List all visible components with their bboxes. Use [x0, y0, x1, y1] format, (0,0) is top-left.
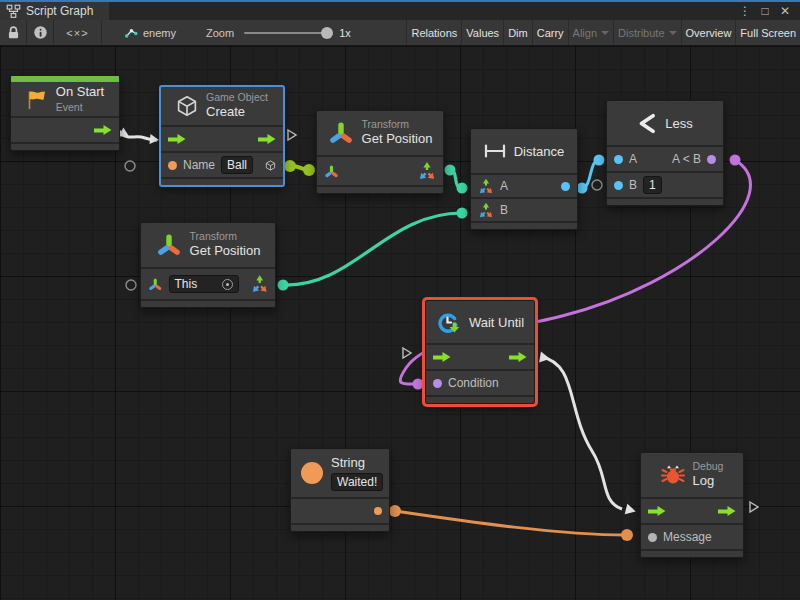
transform-input-port[interactable] [148, 277, 163, 292]
dim-button[interactable]: Dim [503, 20, 532, 45]
node-footer [317, 185, 443, 193]
tab-script-graph[interactable]: Script Graph [0, 2, 109, 20]
carry-button[interactable]: Carry [532, 20, 568, 45]
wire-create-to-getposition[interactable] [284, 160, 315, 176]
name-port-row: Name Ball [161, 151, 283, 177]
vector3-output-port[interactable] [418, 161, 436, 181]
node-header: On Start Event [11, 82, 119, 116]
b-value-input[interactable]: 1 [643, 176, 662, 194]
node-debug-log[interactable]: Debug Log Message [640, 452, 744, 558]
overview-button[interactable]: Overview [681, 20, 736, 45]
zoom-slider[interactable] [244, 32, 328, 34]
lock-button[interactable] [0, 20, 27, 45]
wire-string-to-log-message[interactable] [389, 505, 633, 541]
port-a-label: A [629, 152, 637, 166]
flow-out-port[interactable] [94, 124, 112, 136]
flow-in-port[interactable] [168, 133, 186, 145]
graph-breadcrumb[interactable]: enemy [124, 26, 176, 40]
game-object-output-port[interactable] [265, 158, 276, 173]
node-header: Distance [471, 129, 577, 173]
string-output-port[interactable] [374, 507, 382, 515]
node-title: Get Position [362, 131, 433, 147]
wire-getposition-to-distance-a[interactable] [445, 165, 468, 194]
info-button[interactable] [27, 20, 54, 45]
code-view-label: <×> [66, 27, 88, 39]
node-header: Less [607, 101, 723, 145]
node-distance[interactable]: Distance A B [470, 128, 578, 230]
message-input-port[interactable] [648, 533, 657, 542]
node-wait-until[interactable]: Wait Until Condition [425, 300, 535, 404]
object-picker-icon[interactable] [222, 279, 233, 290]
node-subtitle: Event [56, 101, 104, 114]
zoom-slider-handle[interactable] [321, 27, 333, 39]
node-get-position-top[interactable]: Transform Get Position [316, 110, 444, 194]
node-subtitle: Transform [190, 230, 261, 243]
vector3-input-port-b[interactable] [478, 202, 494, 219]
full-screen-button[interactable]: Full Screen [735, 20, 800, 45]
node-footer [141, 299, 275, 307]
info-icon [33, 25, 48, 40]
node-less[interactable]: Less A A < B B 1 [606, 100, 724, 206]
transform-icon [156, 232, 182, 258]
window-menu-icon[interactable]: ⋮ [738, 4, 752, 18]
vector3-input-port-a[interactable] [478, 178, 494, 195]
transform-input-port[interactable] [324, 164, 339, 179]
wire-onstart-to-create[interactable] [119, 128, 160, 145]
node-header: Transform Get Position [317, 111, 443, 155]
node-create-game-object[interactable]: Game Object Create Name Ball [160, 86, 284, 186]
name-input[interactable]: Ball [221, 156, 253, 174]
node-title: Distance [514, 144, 565, 159]
flow-out-port[interactable] [718, 505, 736, 517]
node-header: Wait Until [426, 301, 534, 343]
graph-icon [124, 26, 138, 40]
flow-in-port[interactable] [648, 505, 666, 517]
node-on-start[interactable]: On Start Event [10, 75, 120, 151]
values-button[interactable]: Values [461, 20, 503, 45]
condition-input-port[interactable] [433, 379, 442, 388]
input-port-b[interactable] [614, 181, 623, 190]
maximize-icon[interactable]: □ [758, 4, 772, 18]
bug-icon [661, 464, 685, 486]
toolbar-buttons: Relations Values Dim Carry Align Distrib… [406, 20, 800, 45]
script-graph-tab-icon [6, 4, 21, 19]
string-value-input[interactable]: Waited! [331, 473, 383, 491]
node-header: Transform Get Position [141, 223, 275, 267]
wait-until-icon [436, 311, 461, 334]
graph-name: enemy [143, 27, 176, 39]
result-output-port[interactable] [707, 155, 716, 164]
port-row-a: A [471, 173, 577, 197]
distribute-dropdown[interactable]: Distribute [613, 20, 680, 45]
message-label: Message [663, 530, 712, 544]
tab-title: Script Graph [26, 4, 93, 18]
dropdown-arrow-icon [669, 31, 677, 35]
target-input[interactable]: This [169, 275, 239, 293]
name-input-port[interactable] [168, 161, 177, 170]
result-label: A < B [672, 152, 701, 166]
flow-port-row [161, 125, 283, 151]
graph-canvas[interactable]: On Start Event Game Object Create [0, 46, 800, 600]
close-icon[interactable]: ✕ [778, 4, 792, 18]
code-view-button[interactable]: <×> [54, 20, 102, 45]
node-get-position-bottom[interactable]: Transform Get Position This [140, 222, 276, 308]
flow-out-port[interactable] [258, 133, 276, 145]
align-dropdown[interactable]: Align [568, 20, 613, 45]
game-object-icon [176, 95, 198, 117]
vector3-output-port[interactable] [251, 274, 268, 294]
script-graph-window: Script Graph ⋮ □ ✕ <×> enemy Zoom 1x Rel… [0, 0, 800, 600]
node-string-literal[interactable]: String Waited! [290, 448, 390, 532]
relations-button[interactable]: Relations [406, 20, 461, 45]
wire-getposition2-to-distance-b[interactable] [278, 208, 468, 291]
input-port-a[interactable] [614, 155, 623, 164]
flow-in-port[interactable] [433, 351, 451, 363]
port-a-label: A [500, 179, 508, 193]
distance-icon [484, 144, 506, 158]
node-footer [11, 142, 119, 150]
node-title: String [331, 455, 383, 471]
flow-out-port[interactable] [509, 351, 527, 363]
wire-distance-to-less-a[interactable] [577, 155, 605, 194]
node-title: Wait Until [469, 315, 524, 330]
distance-output-port[interactable] [561, 182, 570, 191]
name-port-label: Name [183, 158, 215, 172]
align-label: Align [573, 27, 597, 39]
wire-waituntil-to-log[interactable] [539, 352, 637, 517]
